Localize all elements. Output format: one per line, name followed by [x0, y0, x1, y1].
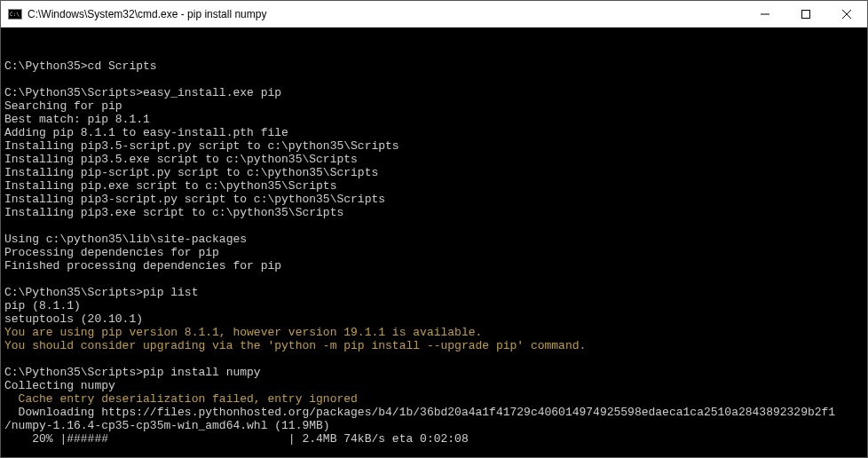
warning-line: You are using pip version 8.1.1, however… — [4, 326, 482, 339]
window-controls — [745, 1, 867, 27]
output-line: C:\Python35\Scripts>easy_install.exe pip — [4, 86, 281, 99]
cmd-icon — [8, 9, 22, 20]
output-line: setuptools (20.10.1) — [4, 312, 143, 326]
output-line: Installing pip-script.py script to c:\py… — [4, 166, 378, 179]
output-line: Using c:\python35\lib\site-packages — [4, 233, 247, 246]
window-title: C:\Windows\System32\cmd.exe - pip instal… — [28, 8, 745, 20]
output-line: pip (8.1.1) — [4, 299, 81, 312]
maximize-icon — [801, 10, 810, 19]
output-line: Best match: pip 8.1.1 — [4, 113, 150, 126]
output-line: C:\Python35\Scripts>pip list — [4, 286, 198, 299]
output-line: Installing pip3-script.py script to c:\p… — [4, 193, 385, 206]
maximize-button[interactable] — [785, 1, 826, 27]
warning-line: Cache entry deserialization failed, entr… — [4, 392, 358, 406]
terminal-output[interactable]: C:\Python35>cd Scripts C:\Python35\Scrip… — [1, 28, 867, 457]
titlebar[interactable]: C:\Windows\System32\cmd.exe - pip instal… — [1, 1, 867, 28]
output-line: Processing dependencies for pip — [4, 246, 219, 259]
svg-rect-1 — [802, 10, 810, 18]
close-icon — [842, 10, 851, 19]
output-line: /numpy-1.16.4-cp35-cp35m-win_amd64.whl (… — [4, 419, 330, 432]
output-line: C:\Python35>cd Scripts — [4, 59, 157, 73]
output-line: Installing pip3.5.exe script to c:\pytho… — [4, 153, 358, 166]
output-line: C:\Python35\Scripts>pip install numpy — [4, 366, 261, 379]
minimize-button[interactable] — [745, 1, 785, 27]
output-line: Installing pip.exe script to c:\python35… — [4, 179, 336, 193]
output-line: Adding pip 8.1.1 to easy-install.pth fil… — [4, 126, 288, 139]
output-line: Finished processing dependencies for pip — [4, 259, 281, 272]
output-line: Searching for pip — [4, 99, 122, 113]
minimize-icon — [761, 10, 769, 19]
output-line: Collecting numpy — [4, 379, 115, 392]
progress-line: 20% |###### | 2.4MB 74kB/s eta 0:02:08 — [4, 432, 469, 446]
warning-line: You should consider upgrading via the 'p… — [4, 339, 586, 352]
command-prompt-window: C:\Windows\System32\cmd.exe - pip instal… — [0, 0, 868, 458]
output-line: Installing pip3.exe script to c:\python3… — [4, 206, 343, 219]
output-line: Downloading https://files.pythonhosted.o… — [4, 406, 835, 419]
output-line: Installing pip3.5-script.py script to c:… — [4, 139, 399, 153]
close-button[interactable] — [826, 1, 867, 27]
